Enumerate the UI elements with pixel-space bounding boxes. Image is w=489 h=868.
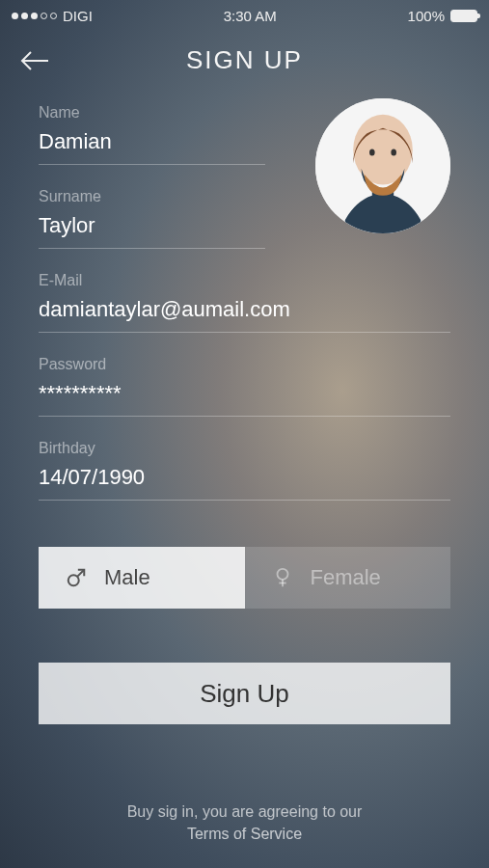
status-time: 3:30 AM (224, 8, 277, 24)
terms-line1: Buy sig in, you are agreeing to our (0, 801, 489, 823)
status-bar: DIGI 3:30 AM 100% (0, 0, 489, 28)
female-icon (272, 567, 293, 588)
svg-point-4 (391, 149, 396, 156)
svg-point-7 (277, 569, 287, 580)
back-arrow-icon[interactable] (19, 49, 52, 72)
password-field: Password (39, 356, 450, 417)
status-left: DIGI (12, 8, 93, 24)
signup-form: Name Surname E-Mail Password Birthday Ma… (0, 104, 489, 724)
name-field: Name (39, 104, 265, 165)
name-input[interactable] (39, 129, 265, 165)
email-input[interactable] (39, 297, 450, 333)
surname-label: Surname (39, 188, 265, 205)
carrier-label: DIGI (63, 8, 93, 24)
password-input[interactable] (39, 381, 450, 417)
gender-male-button[interactable]: Male (39, 547, 245, 609)
status-right: 100% (408, 8, 477, 24)
svg-line-6 (77, 570, 84, 577)
male-icon (66, 567, 87, 588)
gender-female-button[interactable]: Female (245, 547, 451, 609)
battery-icon (450, 10, 477, 22)
nav-bar: SIGN UP (0, 28, 489, 104)
surname-field: Surname (39, 188, 265, 249)
gender-male-label: Male (104, 565, 150, 590)
surname-input[interactable] (39, 213, 265, 249)
birthday-input[interactable] (39, 465, 450, 501)
name-label: Name (39, 104, 265, 122)
password-label: Password (39, 356, 450, 373)
battery-percent: 100% (408, 8, 445, 24)
page-title: SIGN UP (52, 45, 437, 75)
svg-point-5 (68, 575, 79, 585)
gender-selector: Male Female (39, 547, 450, 609)
email-field: E-Mail (39, 272, 450, 333)
signup-button[interactable]: Sign Up (39, 663, 450, 724)
birthday-label: Birthday (39, 440, 450, 457)
svg-point-3 (369, 149, 375, 156)
terms-link[interactable]: Terms of Service (0, 824, 489, 845)
birthday-field: Birthday (39, 440, 450, 501)
email-label: E-Mail (39, 272, 450, 289)
gender-female-label: Female (311, 565, 381, 590)
terms-text: Buy sig in, you are agreeing to our Term… (0, 801, 489, 845)
signal-dots-icon (12, 13, 57, 19)
avatar[interactable] (315, 98, 450, 233)
